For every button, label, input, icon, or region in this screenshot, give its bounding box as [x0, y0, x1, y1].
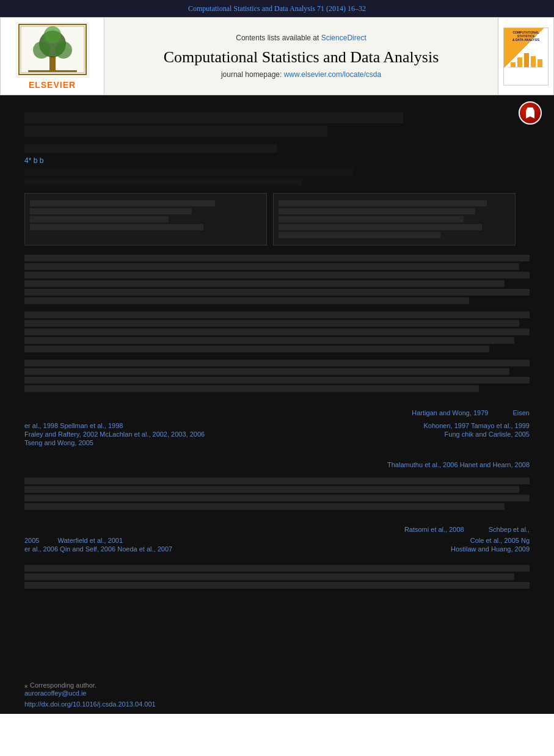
ref-row-4: Tseng and Wong, 2005 [24, 439, 530, 449]
svg-rect-1 [49, 56, 56, 71]
affiliation-line1 [24, 169, 353, 176]
author-email-link[interactable]: auroracoffey@ucd.ie [24, 689, 86, 697]
ref-fungchik-carlisle[interactable]: Fung chik and Carlisle, 2005 [445, 431, 530, 438]
author-superscripts: 4* b b [24, 156, 530, 165]
ref-gap1 [24, 450, 530, 461]
svg-rect-13 [538, 59, 542, 67]
body2-line2 [24, 320, 519, 327]
body2-line3 [24, 329, 530, 335]
body-text-section4 [24, 478, 530, 510]
corresponding-author-email: ⁎ Corresponding author. auroracoffey@ucd… [24, 681, 530, 697]
body-line4 [24, 280, 505, 287]
journal-cover-image: COMPUTATIONAL STATISTICS & DATA ANALYSIS [503, 27, 549, 85]
journal-url-link[interactable]: www.elsevier.com/locate/csda [284, 70, 381, 79]
ref-thalamuthu-hanet[interactable]: Thalamuthu et al., 2006 Hanet and Hearn,… [387, 461, 530, 468]
svg-point-5 [44, 26, 61, 43]
article-info-boxes [24, 193, 530, 245]
ref2-left-group2: 2005 Waterfield et al., 2001 [24, 537, 123, 544]
body3-line4 [24, 385, 479, 392]
body-line5 [24, 289, 530, 296]
ref2-right-group1: Ratsomi et al., 2008 Schbep et al., [404, 526, 530, 536]
abstract-line5 [279, 232, 440, 238]
journal-header: ELSEVIER Contents lists available at Sci… [0, 17, 554, 95]
body5-line3 [24, 582, 530, 589]
ref-right-group1: Hartigan and Wong, 1979 Eisen [412, 409, 530, 421]
history-line1 [30, 200, 215, 206]
abstract-line4 [279, 224, 482, 230]
body2-line4 [24, 337, 514, 344]
body-text-section5 [24, 565, 530, 589]
journal-main-title: Computational Statistics and Data Analys… [164, 48, 439, 67]
svg-rect-6 [28, 70, 77, 72]
body5-line1 [24, 565, 530, 572]
history-line3 [30, 216, 169, 222]
cover-title: COMPUTATIONAL STATISTICS & DATA ANALYSIS [512, 31, 539, 42]
ref-ratsomi[interactable]: Ratsomi et al., 2008 [404, 526, 464, 536]
ref-row-5: Thalamuthu et al., 2006 Hanet and Hearn,… [24, 461, 530, 468]
history-line4 [30, 224, 203, 230]
ref-2005[interactable]: 2005 [24, 537, 39, 544]
ref2-row-2: 2005 Waterfield et al., 2001 Cole et al.… [24, 537, 530, 544]
ref-row-3: Fraley and Raftery, 2002 McLachlan et al… [24, 431, 530, 438]
body2-line1 [24, 311, 530, 318]
svg-rect-11 [524, 53, 529, 67]
body4-line2 [24, 486, 519, 493]
journal-homepage-text: journal homepage: www.elsevier.com/locat… [221, 70, 381, 79]
abstract-line1 [279, 200, 487, 206]
article-title-line2 [24, 126, 327, 137]
body4-line1 [24, 478, 530, 484]
ref-fraley-mclachlan[interactable]: Fraley and Raftery, 2002 McLachlan et al… [24, 431, 205, 438]
body-line3 [24, 272, 530, 278]
ref-waterfield[interactable]: Waterfield et al., 2001 [57, 537, 123, 544]
article-history-box [24, 193, 267, 245]
corresponding-author-label: ⁎ Corresponding author. [24, 681, 97, 689]
body-text-section3 [24, 360, 530, 392]
body5-line2 [24, 573, 514, 580]
body-text-section [24, 255, 530, 304]
ref-row-1: Hartigan and Wong, 1979 Eisen [24, 409, 530, 421]
elsevier-logo-section: ELSEVIER [1, 18, 104, 95]
ref2-row-3: er al., 2006 Qin and Self, 2006 Noeda et… [24, 545, 530, 553]
elsevier-wordmark: ELSEVIER [29, 80, 76, 90]
doi-link[interactable]: http://dx.doi.org/10.1016/j.csda.2013.04… [24, 700, 156, 708]
article-authors-block [24, 144, 530, 153]
ref-spellman[interactable]: er al., 1998 Spellman et al., 1998 [24, 422, 123, 429]
body4-line4 [24, 503, 505, 510]
ref2-row-1: Ratsomi et al., 2008 Schbep et al., [24, 526, 530, 536]
body-text-section2 [24, 311, 530, 352]
ref-tseng-wong[interactable]: Tseng and Wong, 2005 [24, 439, 93, 449]
contents-available-text: Contents lists available at ScienceDirec… [236, 34, 366, 42]
abstract-box [273, 193, 516, 245]
body3-line1 [24, 360, 530, 366]
svg-rect-12 [531, 56, 536, 67]
affiliation-line2 [24, 178, 302, 185]
svg-rect-10 [517, 57, 522, 67]
visible-references-group2: Ratsomi et al., 2008 Schbep et al., 2005… [24, 521, 530, 553]
article-title-section: 4* b b [24, 104, 530, 190]
ref-eisen[interactable]: Eisen [512, 409, 530, 421]
body-line6 [24, 297, 469, 304]
body2-line5 [24, 346, 489, 352]
banner-link[interactable]: Computational Statistics and Data Analys… [188, 4, 366, 13]
author-names-line [24, 144, 277, 153]
journal-cover-section: COMPUTATIONAL STATISTICS & DATA ANALYSIS [498, 18, 553, 95]
ref-empty-left1 [24, 409, 26, 421]
ref-eral-qin-noeda[interactable]: er al., 2006 Qin and Self, 2006 Noeda et… [24, 545, 172, 553]
abstract-line3 [279, 216, 464, 222]
body3-line2 [24, 368, 509, 375]
ref-hostilaw[interactable]: Hostilaw and Huang, 2009 [451, 545, 530, 553]
article-footer: ⁎ Corresponding author. auroracoffey@ucd… [0, 675, 554, 714]
ref-cole-ng[interactable]: Cole et al., 2005 Ng [470, 537, 530, 544]
svg-point-3 [33, 42, 50, 59]
top-banner: Computational Statistics and Data Analys… [0, 0, 554, 17]
ref-kohonen-tamayo[interactable]: Kohonen, 1997 Tamayo et al., 1999 [424, 422, 530, 429]
body-line2 [24, 263, 519, 270]
visible-references-group1: Hartigan and Wong, 1979 Eisen er al., 19… [24, 404, 530, 468]
ref-hartigan-wong[interactable]: Hartigan and Wong, 1979 [412, 409, 488, 421]
article-content-area: 4* b b [0, 95, 554, 675]
ref-schbep[interactable]: Schbep et al., [489, 526, 530, 536]
history-line2 [30, 208, 192, 214]
svg-rect-9 [511, 62, 516, 67]
abstract-line2 [279, 208, 475, 214]
science-direct-link[interactable]: ScienceDirect [321, 34, 366, 42]
